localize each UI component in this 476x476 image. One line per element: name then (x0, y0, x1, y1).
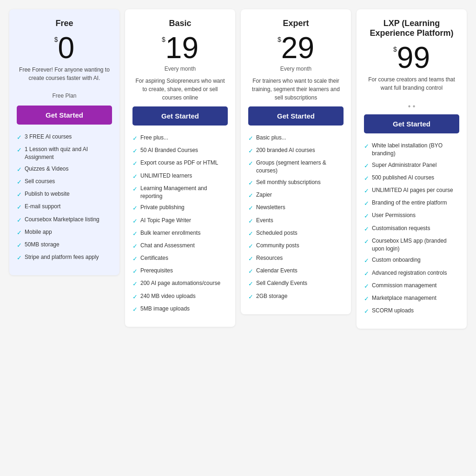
feature-text: Publish to website (25, 190, 70, 198)
list-item: ✓Sell courses (17, 178, 112, 186)
feature-text: Groups (segment learners & courses) (256, 159, 344, 175)
list-item: ✓Calendar Events (248, 267, 344, 276)
list-item: ✓5MB image uploads (132, 305, 228, 314)
feature-text: Quizzes & Videos (25, 165, 69, 173)
check-icon: ✓ (248, 267, 253, 276)
get-started-button-basic[interactable]: Get Started (132, 106, 228, 126)
feature-text: Marketplace management (372, 294, 436, 302)
check-icon: ✓ (17, 216, 22, 225)
feature-text: Private publishing (140, 204, 185, 212)
check-icon: ✓ (364, 270, 369, 278)
get-started-button-free[interactable]: Get Started (17, 106, 112, 125)
price-symbol-expert: $ (278, 36, 281, 43)
list-item: ✓Scheduled posts (248, 229, 344, 238)
list-item: ✓Learning Management and reporting (132, 185, 228, 200)
price-symbol-basic: $ (162, 36, 165, 43)
list-item: ✓Newsletters (248, 204, 344, 212)
feature-text: Branding of the entire platform (372, 199, 447, 207)
check-icon: ✓ (248, 147, 253, 155)
check-icon: ✓ (364, 257, 369, 265)
check-icon: ✓ (132, 147, 138, 155)
feature-text: 500 published AI courses (372, 174, 434, 182)
check-icon: ✓ (364, 282, 369, 291)
list-item: ✓Resources (248, 254, 344, 263)
features-list-basic: ✓Free plus...✓50 AI Branded Courses✓Expo… (132, 134, 228, 314)
feature-text: Super Administrator Panel (372, 161, 436, 169)
list-item: ✓Stripe and platform fees apply (17, 253, 112, 262)
list-item: ✓White label installation (BYO branding) (364, 142, 459, 158)
feature-text: AI Topic Page Writer (140, 217, 191, 225)
list-item: ✓Export course as PDF or HTML (132, 159, 228, 168)
list-item: ✓1 Lesson with quiz and AI Assignment (17, 145, 112, 161)
price-symbol-lxp: $ (393, 46, 397, 53)
list-item: ✓AI Topic Page Writer (132, 217, 228, 225)
pricing-container: Free$0Free Forever! For anyone wanting t… (9, 9, 467, 329)
feature-text: 5MB image uploads (140, 305, 190, 313)
check-icon: ✓ (17, 178, 22, 186)
check-icon: ✓ (364, 162, 369, 170)
feature-text: Calendar Events (256, 267, 298, 275)
plan-card-basic: Basic$19Every monthFor aspiring Solopren… (125, 9, 235, 327)
check-icon: ✓ (248, 192, 253, 200)
feature-text: E-mail support (25, 203, 60, 211)
plan-badge-free: Free Plan (17, 93, 112, 99)
check-icon: ✓ (364, 307, 369, 316)
list-item: ✓Coursebox LMS app (branded upon login) (364, 237, 459, 253)
feature-text: Chat and Assessment (140, 242, 195, 250)
check-icon: ✓ (248, 134, 253, 143)
list-item: ✓Certificates (132, 254, 228, 263)
price-number-lxp: 99 (397, 41, 430, 74)
list-item: ✓Mobile app (17, 228, 112, 237)
feature-text: 1 Lesson with quiz and AI Assignment (25, 145, 112, 161)
feature-text: UNLIMITED AI pages per course (372, 186, 453, 194)
feature-text: Events (256, 217, 273, 225)
feature-text: Mobile app (25, 228, 52, 236)
feature-text: UNLIMITED learners (140, 172, 192, 180)
check-icon: ✓ (132, 134, 138, 143)
feature-text: Resources (256, 254, 283, 262)
plan-description-lxp: For course creators and teams that want … (364, 75, 459, 98)
list-item: ✓Publish to website (17, 190, 112, 199)
list-item: ✓Community posts (248, 242, 344, 251)
feature-text: White label installation (BYO branding) (372, 142, 459, 158)
feature-text: Advanced registration controls (372, 269, 447, 277)
check-icon: ✓ (364, 238, 369, 246)
price-area-expert: $29 (248, 33, 344, 63)
check-icon: ✓ (132, 280, 138, 288)
check-icon: ✓ (17, 229, 22, 237)
feature-text: Sell courses (25, 178, 55, 185)
check-icon: ✓ (132, 255, 138, 263)
list-item: ✓Advanced registration controls (364, 269, 459, 278)
list-item: ✓E-mail support (17, 203, 112, 212)
get-started-button-expert[interactable]: Get Started (248, 106, 344, 126)
check-icon: ✓ (17, 203, 22, 212)
list-item: ✓Sell monthly subscriptions (248, 178, 344, 187)
feature-text: 50MB storage (25, 241, 60, 249)
list-item: ✓UNLIMITED AI pages per course (364, 186, 459, 195)
plan-title-basic: Basic (132, 19, 228, 28)
list-item: ✓240 MB video uploads (132, 292, 228, 301)
list-item: ✓UNLIMITED learners (132, 172, 228, 181)
plan-card-expert: Expert$29Every monthFor trainers who wan… (241, 9, 351, 314)
get-started-button-lxp[interactable]: Get Started (364, 114, 459, 133)
feature-text: Scheduled posts (256, 229, 298, 237)
list-item: ✓Customisation requests (364, 225, 459, 233)
check-icon: ✓ (248, 179, 253, 187)
feature-text: 2GB storage (256, 292, 287, 300)
feature-text: Customisation requests (372, 225, 430, 232)
price-period-expert: Every month (248, 66, 344, 72)
list-item: ✓Groups (segment learners & courses) (248, 159, 344, 175)
list-item: ✓Bulk learner enrollments (132, 229, 228, 238)
list-item: ✓500 published AI courses (364, 174, 459, 183)
check-icon: ✓ (248, 293, 253, 301)
check-icon: ✓ (17, 146, 22, 154)
feature-text: Zapier (256, 191, 272, 199)
plan-title-free: Free (17, 19, 112, 28)
features-list-free: ✓3 FREE AI courses✓1 Lesson with quiz an… (17, 133, 112, 262)
list-item: ✓Custom onboarding (364, 256, 459, 265)
list-item: ✓Free plus... (132, 134, 228, 143)
check-icon: ✓ (364, 225, 369, 233)
feature-text: Basic plus... (256, 134, 286, 142)
check-icon: ✓ (132, 172, 138, 181)
feature-text: 3 FREE AI courses (25, 133, 72, 141)
